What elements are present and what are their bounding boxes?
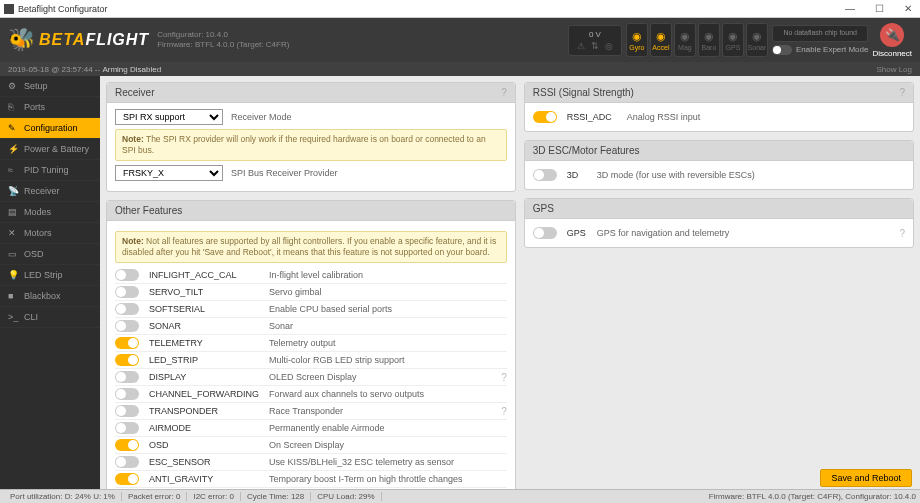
sensor-label: Mag [678, 44, 692, 51]
feature-toggle[interactable] [115, 286, 139, 298]
footer: Port utilization: D: 24% U: 1% Packet er… [0, 489, 920, 503]
spi-provider-label: SPI Bus Receiver Provider [231, 168, 338, 178]
sensor-label: Gyro [629, 44, 644, 51]
other-features-header: Other Features [107, 201, 515, 221]
panel-title: Other Features [115, 205, 182, 216]
nav-label: OSD [24, 249, 44, 259]
feature-row-esc_sensor: ESC_SENSORUse KISS/BLHeli_32 ESC telemet… [115, 454, 507, 471]
nav-label: Receiver [24, 186, 60, 196]
feature-name: LED_STRIP [149, 355, 269, 365]
feature-toggle[interactable] [115, 371, 139, 383]
feature-name: ESC_SENSOR [149, 457, 269, 467]
rssi-panel: RSSI (Signal Strength) ? RSSI_ADC Analog… [524, 82, 914, 132]
help-icon[interactable]: ? [501, 372, 507, 383]
sidebar-item-motors[interactable]: ✕Motors [0, 223, 100, 244]
feature-desc: Servo gimbal [269, 287, 507, 297]
3d-toggle[interactable] [533, 169, 557, 181]
feature-desc: OLED Screen Display [269, 372, 497, 382]
help-icon[interactable]: ? [899, 228, 905, 239]
sidebar-item-configuration[interactable]: ✎Configuration [0, 118, 100, 139]
sidebar-item-cli[interactable]: >_CLI [0, 307, 100, 328]
feature-toggle[interactable] [115, 354, 139, 366]
sidebar-item-receiver[interactable]: 📡Receiver [0, 181, 100, 202]
show-log-button[interactable]: Show Log [876, 65, 912, 74]
help-icon[interactable]: ? [501, 406, 507, 417]
nav-icon: ✎ [8, 123, 18, 133]
panel-title: RSSI (Signal Strength) [533, 87, 634, 98]
rssi-panel-header: RSSI (Signal Strength) ? [525, 83, 913, 103]
port-utilization: Port utilization: D: 24% U: 1% [4, 492, 122, 501]
save-reboot-button[interactable]: Save and Reboot [820, 469, 912, 487]
feature-toggle[interactable] [115, 320, 139, 332]
expert-mode-toggle[interactable]: Enable Expert Mode [772, 45, 869, 55]
maximize-button[interactable]: ☐ [871, 3, 888, 14]
feature-row-transponder: TRANSPONDERRace Transponder? [115, 403, 507, 420]
feature-toggle[interactable] [115, 473, 139, 485]
feature-toggle[interactable] [115, 303, 139, 315]
firmware-version: Firmware: BTFL 4.0.0 (Target: C4FR) [157, 40, 289, 50]
sidebar-item-power-battery[interactable]: ⚡Power & Battery [0, 139, 100, 160]
feature-name: CHANNEL_FORWARDING [149, 389, 269, 399]
nav-icon: 📡 [8, 186, 18, 196]
feature-desc: On Screen Display [269, 440, 507, 450]
sidebar-nav: ⚙Setup⎘Ports✎Configuration⚡Power & Batte… [0, 76, 100, 489]
sidebar-item-ports[interactable]: ⎘Ports [0, 97, 100, 118]
sensor-icon: ◉ [656, 30, 666, 43]
disconnect-button[interactable]: 🔌 Disconnect [872, 23, 912, 58]
sensor-label: Sonar [748, 44, 767, 51]
close-button[interactable]: ✕ [900, 3, 916, 14]
feature-name: TELEMETRY [149, 338, 269, 348]
feature-name: GPS [567, 228, 597, 238]
feature-toggle[interactable] [115, 388, 139, 400]
receiver-mode-select[interactable]: SPI RX support [115, 109, 223, 125]
rssi-adc-toggle[interactable] [533, 111, 557, 123]
minimize-button[interactable]: — [841, 3, 859, 14]
sidebar-item-blackbox[interactable]: ■Blackbox [0, 286, 100, 307]
logo-beta: BETA [39, 31, 85, 48]
feature-toggle[interactable] [115, 269, 139, 281]
feature-toggle[interactable] [115, 456, 139, 468]
feature-desc: Race Transponder [269, 406, 497, 416]
disconnect-label: Disconnect [872, 49, 912, 58]
esc-3d-panel: 3D ESC/Motor Features 3D 3D mode (for us… [524, 140, 914, 190]
esc-3d-header: 3D ESC/Motor Features [525, 141, 913, 161]
rssi-adc-row: RSSI_ADC Analog RSSI input [533, 109, 905, 125]
sidebar-item-setup[interactable]: ⚙Setup [0, 76, 100, 97]
nav-icon: 💡 [8, 270, 18, 280]
feature-name: ANTI_GRAVITY [149, 474, 269, 484]
expert-switch[interactable] [772, 45, 792, 55]
feature-name: AIRMODE [149, 423, 269, 433]
feature-row-osd: OSDOn Screen Display [115, 437, 507, 454]
sidebar-item-osd[interactable]: ▭OSD [0, 244, 100, 265]
sidebar-item-modes[interactable]: ▤Modes [0, 202, 100, 223]
link-icon: ⇅ [591, 41, 599, 51]
content-area[interactable]: Receiver ? SPI RX support Receiver Mode … [100, 76, 920, 489]
nav-label: Modes [24, 207, 51, 217]
spi-provider-select[interactable]: FRSKY_X [115, 165, 223, 181]
feature-row-display: DISPLAYOLED Screen Display? [115, 369, 507, 386]
feature-toggle[interactable] [115, 405, 139, 417]
gps-toggle[interactable] [533, 227, 557, 239]
nav-label: CLI [24, 312, 38, 322]
help-icon[interactable]: ? [899, 87, 905, 98]
sensor-sonar: ◉Sonar [746, 23, 768, 57]
feature-toggle[interactable] [115, 422, 139, 434]
dataflash-warning: No dataflash chip found [772, 25, 869, 41]
feature-toggle[interactable] [115, 337, 139, 349]
sidebar-item-pid-tuning[interactable]: ≈PID Tuning [0, 160, 100, 181]
i2c-error: I2C error: 0 [187, 492, 240, 501]
configurator-version: Configurator: 10.4.0 [157, 30, 289, 40]
nav-label: Blackbox [24, 291, 61, 301]
feature-name: SERVO_TILT [149, 287, 269, 297]
sensor-icon: ◉ [632, 30, 642, 43]
sidebar-item-led-strip[interactable]: 💡LED Strip [0, 265, 100, 286]
feature-toggle[interactable] [115, 439, 139, 451]
logo: 🐝 BETAFLIGHT [8, 27, 149, 53]
cycle-time: Cycle Time: 128 [241, 492, 311, 501]
sensor-icon: ◉ [752, 30, 762, 43]
plug-icon: 🔌 [880, 23, 904, 47]
help-icon[interactable]: ? [501, 87, 507, 98]
window-title: Betaflight Configurator [18, 4, 841, 14]
sensor-gyro: ◉Gyro [626, 23, 648, 57]
window-titlebar: Betaflight Configurator — ☐ ✕ [0, 0, 920, 18]
